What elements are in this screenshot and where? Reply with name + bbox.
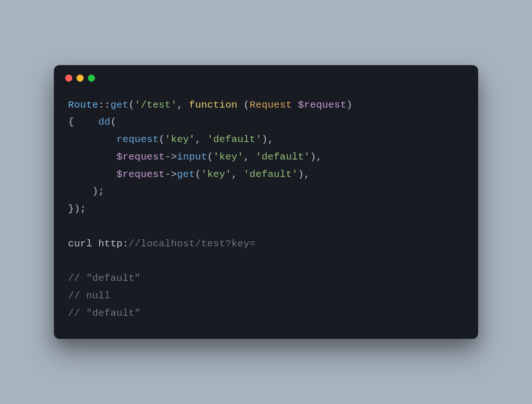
token-class: Route: [68, 100, 98, 110]
token-space: [74, 117, 98, 127]
token-var: $request: [116, 152, 164, 162]
code-line: $request->get('key', 'default'),: [68, 169, 310, 180]
token-punct: ,: [195, 134, 207, 145]
token-plain: http: [98, 238, 122, 249]
code-line: Route::get('/test', function (Request $r…: [68, 100, 352, 110]
code-line: });: [68, 203, 86, 214]
token-punct: ): [346, 100, 352, 110]
token-var: $request: [116, 169, 164, 180]
token-comment: //localhost/test?key=: [129, 238, 256, 249]
token-func: dd: [98, 117, 111, 127]
window-titlebar: [54, 65, 478, 82]
token-string: 'key': [165, 134, 195, 145]
token-func: request: [116, 134, 159, 145]
token-punct: );: [92, 186, 104, 197]
token-keyword: function: [189, 100, 237, 110]
code-window: Route::get('/test', function (Request $r…: [54, 65, 478, 339]
maximize-icon[interactable]: [88, 75, 95, 82]
token-space: [68, 134, 116, 145]
token-punct: :: [122, 238, 129, 249]
token-func: input: [177, 152, 207, 162]
token-punct: });: [68, 203, 86, 214]
minimize-icon[interactable]: [77, 75, 84, 82]
token-punct: ): [262, 134, 268, 145]
code-content: Route::get('/test', function (Request $r…: [54, 82, 478, 339]
token-plain: curl: [68, 238, 92, 249]
token-string: 'default': [207, 134, 261, 145]
token-punct: (: [243, 100, 249, 110]
token-space: [68, 186, 92, 197]
token-punct: ): [298, 169, 304, 180]
token-punct: ,: [304, 169, 310, 180]
token-punct: ,: [268, 134, 274, 145]
token-punct: ,: [243, 152, 256, 162]
token-punct: ,: [316, 152, 322, 162]
code-line: $request->input('key', 'default'),: [68, 152, 322, 162]
token-arrow: ->: [165, 169, 177, 180]
token-func: get: [177, 169, 195, 180]
token-var: $request: [298, 100, 346, 110]
token-punct: (: [207, 152, 213, 162]
token-space: [68, 152, 116, 162]
token-punct: ,: [232, 169, 244, 180]
token-punct: ): [310, 152, 316, 162]
token-punct: (: [111, 117, 117, 127]
token-space: [238, 100, 244, 110]
code-line: );: [68, 186, 104, 197]
token-space: [292, 100, 298, 110]
close-icon[interactable]: [65, 75, 72, 82]
code-line: // null: [68, 290, 111, 301]
token-punct: (: [159, 134, 165, 145]
token-space: [68, 169, 116, 180]
token-punct: ::: [98, 100, 111, 110]
code-line: // "default": [68, 308, 141, 319]
code-line: curl http://localhost/test?key=: [68, 238, 256, 249]
token-punct: (: [129, 100, 135, 110]
code-line: request('key', 'default'),: [68, 134, 274, 145]
code-line: // "default": [68, 273, 141, 284]
token-punct: (: [195, 169, 201, 180]
token-string: '/test': [135, 100, 177, 110]
token-string: 'key': [213, 152, 243, 162]
token-string: 'default': [256, 152, 310, 162]
token-type: Request: [249, 100, 292, 110]
token-string: 'default': [243, 169, 298, 180]
token-string: 'key': [201, 169, 232, 180]
code-line: { dd(: [68, 117, 116, 127]
token-punct: {: [68, 117, 74, 127]
token-punct: ,: [177, 100, 189, 110]
token-space: [92, 238, 98, 249]
token-func: get: [111, 100, 129, 110]
token-arrow: ->: [165, 152, 177, 162]
